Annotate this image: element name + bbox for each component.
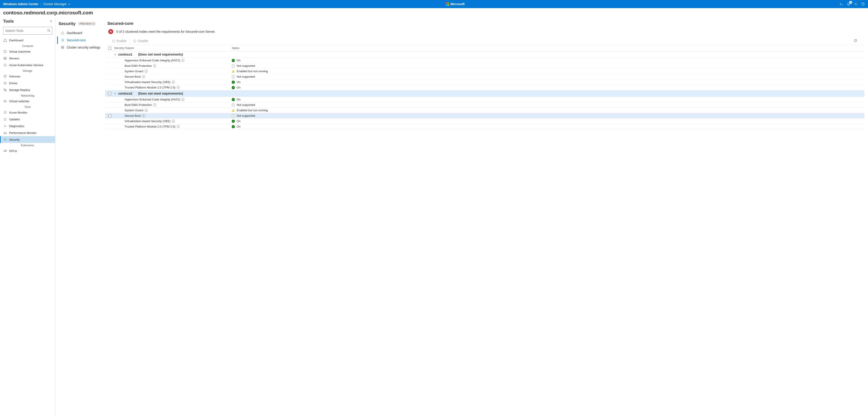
app-title: Windows Admin Center xyxy=(3,2,38,6)
sidebar-item-volumes[interactable]: Volumes xyxy=(0,73,55,80)
feature-row[interactable]: Trusted Platform Module 2.0 (TPM 2.0)iOn xyxy=(105,85,864,90)
feature-label: Boot DMA Protection xyxy=(125,64,152,68)
group-name: contoso1 xyxy=(118,53,132,56)
status-label: Not supported xyxy=(237,103,255,107)
group-row-contoso2[interactable]: contoso2 (Does not meet requirements) xyxy=(105,90,864,97)
status-label: Not supported xyxy=(237,75,255,78)
info-icon[interactable]: i xyxy=(145,70,148,73)
on-icon xyxy=(232,86,235,89)
sidebar-item-replica[interactable]: Storage Replica xyxy=(0,86,55,93)
context-dropdown[interactable]: Cluster Manager xyxy=(43,2,70,6)
status-label: Not supported xyxy=(237,114,255,117)
sidebar-item-security[interactable]: Security xyxy=(0,136,55,143)
subnav-title-label: Security xyxy=(59,21,75,26)
group-row-contoso1[interactable]: contoso1 (Does not meet requirements) xyxy=(105,51,864,58)
feature-row[interactable]: Trusted Platform Module 2.0 (TPM 2.0)iOn xyxy=(105,124,864,129)
info-icon[interactable]: i xyxy=(177,86,180,89)
sidebar-item-label: Drives xyxy=(9,81,18,85)
info-icon[interactable]: i xyxy=(153,64,156,67)
subnav-item-dashboard[interactable]: Dashboard xyxy=(57,29,103,37)
info-icon[interactable]: i xyxy=(172,120,175,123)
chevron-down-icon[interactable] xyxy=(114,92,117,95)
subnav-item-secured-core[interactable]: Secured-core xyxy=(57,37,103,44)
table-header: Security Feature Status xyxy=(105,45,864,51)
refresh-button[interactable] xyxy=(854,39,857,43)
tools-sidebar: Tools Dashboard Compute Virtual machines… xyxy=(0,19,55,416)
search-tools-input[interactable] xyxy=(3,27,53,35)
help-icon[interactable] xyxy=(861,2,865,6)
feature-row[interactable]: Secure BootiNot supported xyxy=(105,113,864,118)
status-label: On xyxy=(237,59,241,62)
sidebar-item-label: Virtual switches xyxy=(9,100,29,103)
shield-icon xyxy=(3,138,7,141)
col-header-feature[interactable]: Security Feature xyxy=(114,46,232,50)
info-icon[interactable]: i xyxy=(172,80,175,83)
svg-rect-19 xyxy=(62,40,64,41)
sidebar-item-label: Storage Replica xyxy=(9,88,30,92)
info-icon[interactable]: i xyxy=(182,59,184,62)
info-icon[interactable]: i xyxy=(92,23,94,25)
sidebar-item-azuremonitor[interactable]: Azure Monitor xyxy=(0,109,55,116)
info-icon[interactable]: i xyxy=(145,109,148,112)
feature-row[interactable]: Boot DMA ProtectioniNot supported xyxy=(105,63,864,69)
sidebar-item-label: Volumes xyxy=(9,75,20,78)
status-banner: 0 of 2 clustered nodes meet the requirem… xyxy=(105,28,864,37)
group-status: (Does not meet requirements) xyxy=(138,92,183,95)
svg-rect-13 xyxy=(4,89,5,90)
search-input-field[interactable] xyxy=(5,29,47,33)
sidebar-item-label: Security xyxy=(9,138,20,141)
on-icon xyxy=(232,120,235,123)
section-storage: Storage xyxy=(0,68,55,73)
row-checkbox[interactable] xyxy=(108,92,111,95)
chevron-down-icon[interactable] xyxy=(114,53,117,56)
feature-row[interactable]: Hypervisor Enforced Code Integrity (HVCI… xyxy=(105,58,864,63)
info-icon[interactable]: i xyxy=(182,98,184,101)
enable-button[interactable]: Enable xyxy=(110,38,129,43)
feature-row[interactable]: Hypervisor Enforced Code Integrity (HVCI… xyxy=(105,97,864,102)
volumes-icon xyxy=(3,74,7,78)
sidebar-item-vswitches[interactable]: Virtual switches xyxy=(0,98,55,105)
sidebar-item-updates[interactable]: Updates xyxy=(0,116,55,123)
disable-button[interactable]: Disable xyxy=(131,38,151,43)
sidebar-item-label: Dashboard xyxy=(9,39,24,42)
notifications-icon[interactable]: 17 xyxy=(847,2,850,6)
info-icon[interactable]: i xyxy=(153,103,156,106)
sidebar-item-label: Updates xyxy=(9,117,20,121)
group-status: (Does not meet requirements) xyxy=(138,53,183,56)
subnav-item-cluster-security[interactable]: Cluster security settings xyxy=(57,44,103,51)
info-icon[interactable]: i xyxy=(177,125,180,128)
sidebar-item-perfmon[interactable]: Performance Monitor xyxy=(0,129,55,136)
sidebar-item-label: Servers xyxy=(9,57,19,60)
collapse-sidebar-icon[interactable] xyxy=(50,20,53,23)
info-icon[interactable]: i xyxy=(142,114,145,117)
sidebar-item-diagnostics[interactable]: Diagnostics xyxy=(0,123,55,129)
feature-row[interactable]: System GuardiEnabled but not running xyxy=(105,69,864,74)
subnav-item-label: Secured-core xyxy=(67,38,86,42)
svg-rect-23 xyxy=(63,48,64,48)
sidebar-item-vms[interactable]: Virtual machines xyxy=(0,48,55,55)
col-header-status[interactable]: Status xyxy=(232,46,864,50)
sidebar-item-dashboard[interactable]: Dashboard xyxy=(0,37,55,43)
on-icon xyxy=(232,80,235,84)
perfmon-icon xyxy=(3,131,7,135)
sidebar-item-servers[interactable]: Servers xyxy=(0,55,55,62)
check-circle-icon xyxy=(112,39,115,43)
feature-label: Secure Boot xyxy=(125,75,141,78)
sidebar-item-aks[interactable]: Azure Kubernetes Service xyxy=(0,62,55,68)
select-all-checkbox[interactable] xyxy=(108,47,111,50)
row-checkbox[interactable] xyxy=(108,114,111,117)
console-icon[interactable] xyxy=(839,2,843,6)
feature-row[interactable]: Virtualization-based Security (VBS)iOn xyxy=(105,79,864,85)
feature-row[interactable]: System GuardiEnabled but not running xyxy=(105,108,864,113)
info-icon[interactable]: i xyxy=(142,75,145,78)
feature-row[interactable]: Boot DMA ProtectioniNot supported xyxy=(105,102,864,108)
sidebar-item-gpus[interactable]: GPUs xyxy=(0,147,55,154)
feature-label: Virtualization-based Security (VBS) xyxy=(125,80,170,84)
feature-row[interactable]: Secure BootiNot supported xyxy=(105,74,864,79)
feature-row[interactable]: Virtualization-based Security (VBS)iOn xyxy=(105,118,864,124)
sidebar-item-label: Azure Monitor xyxy=(9,111,27,114)
preview-label: PREVIEW xyxy=(80,22,91,25)
settings-icon[interactable] xyxy=(854,2,858,6)
servers-icon xyxy=(3,57,7,60)
sidebar-item-drives[interactable]: Drives xyxy=(0,80,55,86)
